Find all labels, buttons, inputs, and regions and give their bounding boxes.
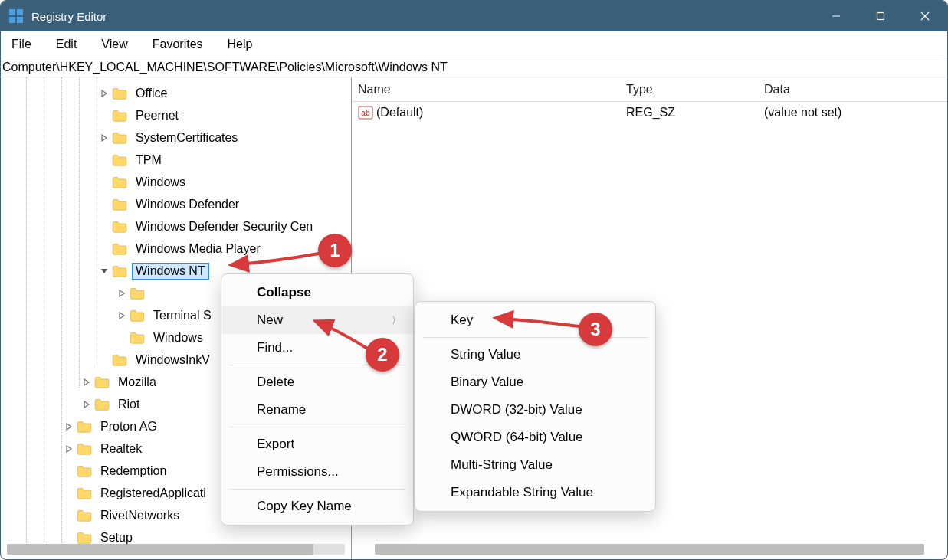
ctx-rename[interactable]: Rename <box>221 396 413 424</box>
ctx-delete[interactable]: Delete <box>221 368 413 396</box>
tree-item-label: Windows NT <box>132 263 209 280</box>
tree-hscroll-thumb[interactable] <box>7 544 313 555</box>
close-button[interactable] <box>903 1 947 31</box>
chevron-right-icon <box>63 509 75 522</box>
chevron-right-icon[interactable] <box>98 132 110 144</box>
tree-item[interactable]: Windows Media Player <box>1 237 351 260</box>
tree-item-label: Windows Defender <box>132 196 243 213</box>
folder-icon <box>112 198 127 211</box>
annotation-1: 1 <box>318 234 352 267</box>
ctx-new-expand[interactable]: Expandable String Value <box>415 479 655 506</box>
ctx-copy-key-name[interactable]: Copy Key Name <box>221 493 413 520</box>
tree-item-label: Office <box>132 85 172 102</box>
tree-item-label: Proton AG <box>97 418 161 435</box>
registry-editor-window: Registry Editor File Edit View Favorites… <box>0 0 948 560</box>
folder-icon <box>112 243 127 255</box>
folder-icon <box>94 398 110 411</box>
chevron-right-icon[interactable] <box>116 309 128 322</box>
ctx-export[interactable]: Export <box>221 431 413 458</box>
ctx-collapse[interactable]: Collapse <box>221 279 413 306</box>
annotation-3: 3 <box>579 313 612 346</box>
chevron-right-icon <box>98 198 110 211</box>
chevron-right-icon[interactable] <box>63 421 75 433</box>
tree-item-label: Riot <box>114 396 143 413</box>
chevron-down-icon[interactable] <box>98 265 110 277</box>
tree-item-label: SystemCertificates <box>132 129 241 146</box>
minimize-button[interactable] <box>814 1 858 31</box>
tree-item-label: Windows Media Player <box>132 241 264 257</box>
tree-item[interactable]: Windows Defender <box>1 193 351 215</box>
address-bar <box>1 57 947 77</box>
ctx-new[interactable]: New 〉 <box>221 306 413 334</box>
menu-help[interactable]: Help <box>223 36 258 53</box>
folder-icon <box>77 532 92 544</box>
ctx-new-multi[interactable]: Multi-String Value <box>415 451 655 479</box>
folder-icon <box>77 487 92 499</box>
chevron-right-icon[interactable] <box>80 376 93 388</box>
tree-item-label: RivetNetworks <box>97 507 183 524</box>
folder-icon <box>130 309 145 322</box>
context-menu: Collapse New 〉 Find... Delete Rename Exp… <box>221 273 414 526</box>
menu-favorites[interactable]: Favorites <box>148 36 208 53</box>
tree-item-label: Terminal S <box>149 307 215 324</box>
tree-item[interactable]: Windows <box>1 171 351 193</box>
col-header-data[interactable]: Data <box>764 83 947 97</box>
col-header-name[interactable]: Name <box>358 83 626 97</box>
ctx-permissions[interactable]: Permissions... <box>221 458 413 486</box>
folder-icon <box>130 287 145 300</box>
string-value-icon <box>358 106 373 120</box>
tree-item[interactable]: Windows Defender Security Cen <box>1 215 351 237</box>
tree-item-label: Redemption <box>97 463 170 480</box>
chevron-right-icon <box>98 354 110 366</box>
maximize-button[interactable] <box>858 1 903 31</box>
tree-item-label: Windows <box>132 174 189 191</box>
chevron-right-icon[interactable] <box>63 443 75 455</box>
app-icon <box>8 8 24 24</box>
folder-icon <box>130 332 145 344</box>
folder-icon <box>77 465 92 477</box>
tree-item-label <box>149 292 157 295</box>
ctx-new-string[interactable]: String Value <box>415 341 655 368</box>
annotation-2: 2 <box>366 338 399 372</box>
tree-item[interactable]: SystemCertificates <box>1 126 351 149</box>
chevron-right-icon <box>63 532 75 544</box>
tree-item[interactable]: Peernet <box>1 104 351 126</box>
value-row[interactable]: (Default) REG_SZ (value not set) <box>352 102 947 123</box>
chevron-right-icon[interactable] <box>98 87 110 100</box>
chevron-right-icon <box>116 332 128 344</box>
tree-item-label: Realtek <box>97 440 146 457</box>
window-title: Registry Editor <box>31 10 814 23</box>
tree-item-label: Peernet <box>132 107 182 124</box>
menu-view[interactable]: View <box>97 36 132 53</box>
value-header: Name Type Data <box>352 77 947 102</box>
chevron-right-icon[interactable] <box>116 287 128 300</box>
menu-edit[interactable]: Edit <box>51 36 82 53</box>
value-hscroll-thumb[interactable] <box>375 544 924 555</box>
tree-item[interactable]: Office <box>1 82 351 104</box>
menu-file[interactable]: File <box>7 36 36 53</box>
context-submenu-new: Key String Value Binary Value DWORD (32-… <box>415 301 656 512</box>
folder-icon <box>77 509 92 522</box>
folder-icon <box>112 154 127 166</box>
folder-icon <box>94 376 110 388</box>
address-input[interactable] <box>2 61 943 74</box>
tree-item-label: Windows Defender Security Cen <box>132 218 317 235</box>
chevron-right-icon <box>63 487 75 499</box>
ctx-new-key[interactable]: Key <box>415 306 655 334</box>
ctx-new-qword[interactable]: QWORD (64-bit) Value <box>415 424 655 451</box>
ctx-separator <box>229 427 405 427</box>
col-header-type[interactable]: Type <box>626 83 764 97</box>
tree-item-label: Windows <box>149 329 207 346</box>
chevron-right-icon <box>98 221 110 233</box>
ctx-new-dword[interactable]: DWORD (32-bit) Value <box>415 396 655 424</box>
chevron-right-icon[interactable] <box>80 398 93 411</box>
tree-item-label: RegisteredApplicati <box>97 485 210 502</box>
svg-rect-7 <box>877 13 884 20</box>
ctx-new-binary[interactable]: Binary Value <box>415 368 655 396</box>
tree-item-label: TPM <box>132 152 166 169</box>
tree-item[interactable]: TPM <box>1 149 351 171</box>
value-data: (value not set) <box>764 106 947 120</box>
menubar: File Edit View Favorites Help <box>1 31 947 57</box>
value-hscrollbar[interactable] <box>375 544 924 555</box>
tree-hscrollbar[interactable] <box>7 544 345 555</box>
